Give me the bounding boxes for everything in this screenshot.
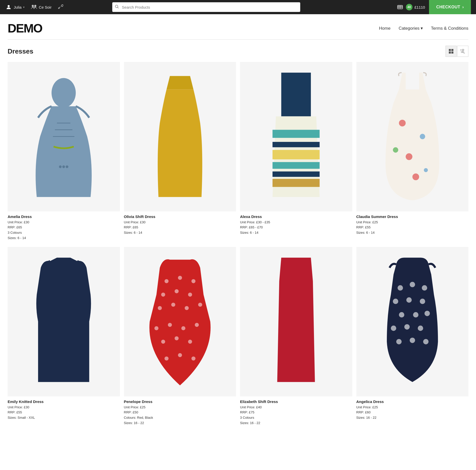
product-card-claudia[interactable]: Claudia Summer Dress Unit Price: £25 RRP… [356,62,469,241]
product-unit-price: Unit Price: £30 [8,220,120,225]
svg-point-42 [185,306,189,310]
svg-point-59 [420,299,425,304]
product-card-olivia[interactable]: Olivia Shift Dress Unit Price: £30 RRP: … [124,62,236,241]
svg-point-58 [406,297,411,303]
secondary-nav: DEMO Home Categories ▾ Terms & Condition… [0,14,476,39]
search-input[interactable] [112,2,300,12]
svg-point-34 [164,279,168,283]
dress-illustration [251,254,341,389]
svg-rect-12 [451,49,453,51]
svg-rect-27 [273,179,320,187]
product-card-alexa[interactable]: Alexa Dress Unit Price: £30 - £35 RRP: £… [240,62,352,241]
product-rrp: RRP: £65 [124,225,236,230]
product-unit-price: Unit Price: £30 [8,405,120,410]
svg-line-5 [117,7,118,8]
svg-point-54 [398,285,403,291]
top-bar-right: 40 £1110 CHECKOUT › [393,0,471,14]
product-extra: Sizes: 6 - 14 [356,230,469,236]
dress-illustration [19,69,108,204]
product-card-amelia[interactable]: Amelia Dress Unit Price: £30 RRP: £65 3 … [8,62,120,241]
checkout-label: CHECKOUT [436,5,460,9]
cart-icon [397,4,404,10]
dress-illustration [368,69,457,204]
svg-point-28 [399,120,405,126]
svg-point-30 [406,154,412,160]
product-rrp: RRP: £60 [356,410,469,415]
svg-point-63 [391,326,396,331]
section-title: Dresses [8,47,33,55]
product-extra: Sizes: 6 - 14 [240,230,352,236]
svg-point-2 [34,5,36,7]
svg-rect-26 [273,172,320,177]
top-bar: Julia ▾ Ce Soir [0,0,476,14]
dress-illustration [135,69,225,204]
checkout-button[interactable]: CHECKOUT › [429,0,471,14]
cart-section[interactable]: 40 £1110 [393,4,429,10]
svg-point-66 [396,339,402,344]
svg-rect-6 [398,5,403,9]
product-unit-price: Unit Price: £40 [240,405,352,410]
product-name: Claudia Summer Dress [356,214,469,219]
list-view-button[interactable] [457,46,468,57]
product-image-angelica [356,247,469,396]
svg-rect-14 [451,52,453,54]
product-extra: Sizes: 16 - 22 [124,421,236,426]
product-rrp: RRP: £55 [356,225,469,230]
product-unit-price: Unit Price: £25 [124,405,236,410]
svg-point-68 [423,339,429,344]
nav-home[interactable]: Home [379,26,390,31]
svg-point-44 [154,326,158,330]
product-image-emily [8,247,120,396]
svg-rect-23 [273,142,320,147]
site-logo[interactable]: DEMO [8,21,42,35]
product-image-olivia [124,62,236,211]
settings-icon[interactable] [58,4,63,11]
product-name: Olivia Shift Dress [124,214,236,219]
user-menu[interactable]: Julia ▾ [5,4,25,11]
product-card-angelica[interactable]: Angelica Dress Unit Price: £25 RRP: £60 … [356,247,469,426]
svg-point-62 [424,311,430,316]
product-extra: Sizes: 6 - 14 [8,236,120,241]
svg-point-21 [66,165,69,168]
product-rrp: RRP: £65 [8,225,120,230]
svg-point-35 [178,276,182,280]
user-dropdown-icon: ▾ [23,6,25,9]
product-card-emily[interactable]: Emily Knitted Dress Unit Price: £30 RRP:… [8,247,120,426]
product-name: Emily Knitted Dress [8,399,120,404]
svg-point-43 [198,303,202,307]
svg-point-0 [8,5,10,7]
svg-point-40 [158,306,162,310]
svg-point-50 [188,340,192,344]
svg-point-49 [174,336,179,340]
svg-point-57 [393,299,398,304]
product-card-penelope[interactable]: Penelope Dress Unit Price: £25 RRP: £50 … [124,247,236,426]
product-rrp: RRP: £75 [240,410,352,415]
product-image-elizabeth [240,247,352,396]
product-card-elizabeth[interactable]: Elizabeth Shift Dress Unit Price: £40 RR… [240,247,352,426]
svg-point-56 [422,285,427,291]
svg-point-51 [164,357,168,361]
product-extra: 3 Colours [8,230,120,236]
user-name: Julia [14,5,22,9]
svg-point-52 [178,353,182,357]
product-image-claudia [356,62,469,211]
product-name: Elizabeth Shift Dress [240,399,352,404]
svg-point-37 [161,293,165,297]
grid-view-button[interactable] [446,46,457,57]
nav-terms[interactable]: Terms & Conditions [431,26,468,31]
section-header: Dresses [8,46,468,57]
dress-illustration [368,254,457,389]
store-section: Ce Soir [31,4,52,10]
cart-price: £1110 [415,5,425,9]
user-icon [5,4,12,11]
nav-categories-label: Categories [399,26,419,31]
svg-point-33 [412,174,419,180]
svg-point-32 [393,147,398,153]
product-extra: Sizes: 16 - 22 [240,421,352,426]
nav-categories[interactable]: Categories ▾ [399,26,423,31]
svg-rect-11 [449,49,451,51]
svg-rect-24 [273,150,320,159]
top-bar-left: Julia ▾ Ce Soir [5,4,63,11]
grid-icon [449,49,454,54]
svg-point-31 [424,168,428,172]
